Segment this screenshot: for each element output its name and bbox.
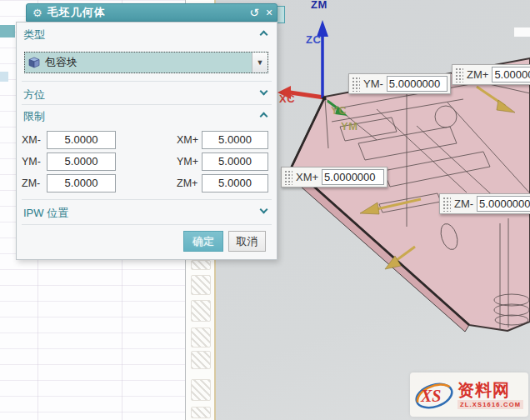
faded-tool-icon-7[interactable]: [191, 407, 211, 418]
section-orientation-label[interactable]: 方位: [23, 88, 45, 102]
limit-label-ym-minus: YM-: [22, 156, 41, 168]
limit-label-zm-plus: ZM+: [177, 178, 198, 189]
watermark-logo-text: XS: [420, 387, 441, 405]
dropdown-arrow-icon[interactable]: ▼: [252, 52, 268, 72]
limit-input-xm-plus[interactable]: 5.0000: [202, 131, 268, 149]
cancel-button[interactable]: 取消: [228, 231, 266, 252]
axis-label-zm: ZM: [311, 0, 328, 11]
dialog-body: 类型 包容块 ▼ 方位 限制 XM- 5.0000 XM+ 5.0000: [16, 22, 278, 260]
axis-label-ym: YM: [341, 120, 358, 132]
limit-label-zm-minus: ZM-: [22, 178, 40, 189]
callout-value-input[interactable]: 5.0000000: [477, 196, 530, 212]
background-cell-blue: [0, 72, 8, 82]
callout-value-input[interactable]: 5.0000000: [492, 67, 530, 82]
ok-button[interactable]: 确定: [183, 231, 223, 252]
reset-icon[interactable]: ↺: [247, 6, 262, 19]
watermark: XS 资料网 ZL.XS1616.COM: [410, 372, 528, 417]
limit-label-xm-minus: XM-: [22, 134, 41, 146]
divider: [22, 81, 272, 82]
callout-value-input[interactable]: 5.0000000: [387, 76, 448, 92]
callout-xm-plus[interactable]: XM+ 5.0000000: [281, 167, 388, 188]
drag-handle-icon[interactable]: [442, 196, 451, 212]
ui-fragment: [514, 28, 530, 37]
divider: [22, 104, 272, 105]
limit-input-zm-plus[interactable]: 5.0000: [202, 174, 268, 192]
section-ipw-label[interactable]: IPW 位置: [23, 206, 68, 221]
limit-input-ym-minus[interactable]: 5.0000: [47, 152, 116, 171]
section-limits-label[interactable]: 限制: [23, 109, 45, 124]
background-cell-teal: [0, 25, 15, 38]
limit-label-ym-plus: YM+: [177, 156, 198, 168]
callout-ym-minus[interactable]: YM- 5.0000000: [348, 73, 451, 94]
divider: [22, 199, 272, 200]
cube-icon: [28, 57, 41, 68]
callout-label: ZM+: [467, 68, 488, 81]
section-type-label[interactable]: 类型: [23, 28, 45, 42]
faded-tool-icon-3[interactable]: [191, 300, 211, 322]
type-dropdown[interactable]: 包容块 ▼: [24, 52, 268, 73]
drag-handle-icon[interactable]: [283, 169, 292, 185]
blank-geometry-dialog: ⚙ 毛坯几何体 ↺ × 类型 包容块 ▼ 方位 限制: [16, 3, 278, 260]
screenshot-root: ZM ZC XC YC YM YM- 5.0000000 ZM+ 5.00000…: [0, 0, 530, 420]
dialog-titlebar[interactable]: ⚙ 毛坯几何体 ↺ ×: [26, 3, 278, 22]
chevron-up-icon[interactable]: [261, 29, 268, 36]
axis-label-xc: XC: [279, 92, 295, 105]
callout-value-input[interactable]: 5.0000000: [322, 169, 384, 185]
callout-zm-minus[interactable]: ZM- 5.0000000: [439, 193, 530, 214]
faded-tool-icon-1[interactable]: [191, 260, 211, 270]
axis-label-yc: YC: [331, 104, 347, 117]
close-icon[interactable]: ×: [262, 6, 277, 19]
watermark-site-url: ZL.XS1616.COM: [458, 400, 523, 409]
axis-label-zc: ZC: [306, 33, 321, 46]
faded-tool-icon-6[interactable]: [191, 379, 211, 401]
drag-handle-icon[interactable]: [454, 67, 463, 82]
limit-label-xm-plus: XM+: [177, 134, 198, 146]
chevron-down-icon[interactable]: [261, 208, 268, 214]
type-dropdown-value: 包容块: [45, 55, 252, 70]
limit-input-zm-minus[interactable]: 5.0000: [47, 174, 116, 192]
chevron-up-icon[interactable]: [261, 111, 268, 118]
limit-input-xm-minus[interactable]: 5.0000: [47, 131, 116, 149]
chevron-down-icon[interactable]: [261, 89, 268, 96]
limit-input-ym-plus[interactable]: 5.0000: [202, 152, 268, 171]
callout-label: ZM-: [454, 198, 473, 210]
drag-handle-icon[interactable]: [351, 76, 360, 92]
callout-label: YM-: [363, 78, 383, 90]
faded-tool-icon-2[interactable]: [191, 275, 211, 295]
faded-tool-icon-4[interactable]: [191, 328, 211, 348]
divider: [22, 224, 272, 225]
callout-label: XM+: [296, 171, 318, 183]
watermark-site-name: 资料网: [458, 381, 523, 399]
gear-icon: ⚙: [32, 7, 42, 19]
xs-logo-icon: XS: [412, 376, 456, 414]
faded-tool-icon-5[interactable]: [191, 351, 211, 369]
callout-zm-plus[interactable]: ZM+ 5.0000000: [452, 64, 530, 85]
dialog-title: 毛坯几何体: [48, 5, 247, 20]
